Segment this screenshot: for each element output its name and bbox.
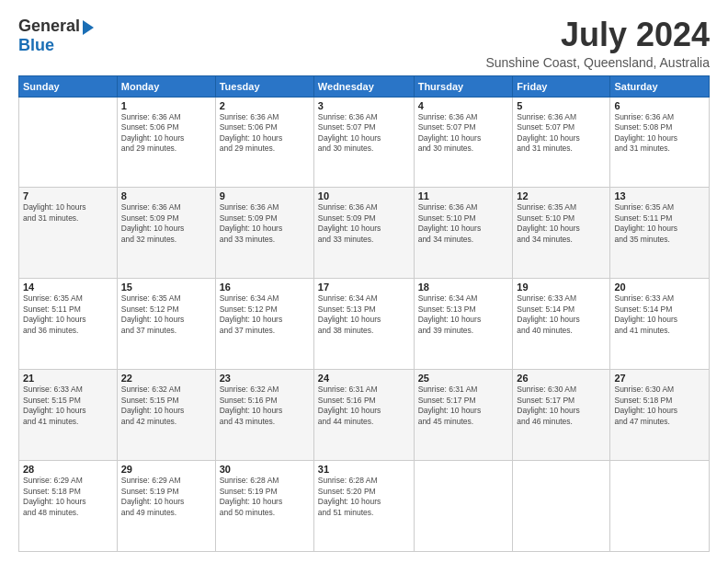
cell-info-text: Sunrise: 6:35 AM Sunset: 5:11 PM Dayligh…	[23, 293, 113, 336]
table-row: 9Sunrise: 6:36 AM Sunset: 5:09 PM Daylig…	[215, 188, 313, 279]
table-row: 12Sunrise: 6:35 AM Sunset: 5:10 PM Dayli…	[513, 188, 610, 279]
cell-info-text: Sunrise: 6:36 AM Sunset: 5:10 PM Dayligh…	[418, 202, 509, 245]
col-saturday: Saturday	[610, 75, 710, 97]
table-row: 27Sunrise: 6:30 AM Sunset: 5:18 PM Dayli…	[610, 370, 710, 461]
cell-info-text: Sunrise: 6:28 AM Sunset: 5:20 PM Dayligh…	[318, 476, 410, 518]
cell-info-text: Sunrise: 6:36 AM Sunset: 5:07 PM Dayligh…	[418, 112, 509, 155]
cell-day-number: 31	[318, 464, 410, 475]
cell-info-text: Sunrise: 6:34 AM Sunset: 5:13 PM Dayligh…	[418, 293, 509, 336]
table-row: 20Sunrise: 6:33 AM Sunset: 5:14 PM Dayli…	[610, 279, 710, 370]
cell-info-text: Sunrise: 6:34 AM Sunset: 5:12 PM Dayligh…	[220, 293, 310, 336]
table-row: 5Sunrise: 6:36 AM Sunset: 5:07 PM Daylig…	[513, 97, 610, 188]
table-row: 11Sunrise: 6:36 AM Sunset: 5:10 PM Dayli…	[414, 188, 513, 279]
cell-day-number: 8	[121, 190, 211, 201]
table-row: 7Daylight: 10 hours and 31 minutes.	[19, 188, 118, 279]
cell-day-number: 22	[121, 373, 211, 384]
table-row: 29Sunrise: 6:29 AM Sunset: 5:19 PM Dayli…	[117, 461, 215, 552]
table-row: 8Sunrise: 6:36 AM Sunset: 5:09 PM Daylig…	[117, 188, 215, 279]
calendar-location: Sunshine Coast, Queensland, Australia	[485, 55, 710, 70]
table-row: 30Sunrise: 6:28 AM Sunset: 5:19 PM Dayli…	[215, 461, 313, 552]
cell-day-number: 2	[220, 100, 310, 111]
table-row: 25Sunrise: 6:31 AM Sunset: 5:17 PM Dayli…	[414, 370, 513, 461]
table-row: 26Sunrise: 6:30 AM Sunset: 5:17 PM Dayli…	[513, 370, 610, 461]
cell-info-text: Sunrise: 6:33 AM Sunset: 5:14 PM Dayligh…	[517, 293, 606, 336]
cell-info-text: Sunrise: 6:36 AM Sunset: 5:09 PM Dayligh…	[318, 202, 410, 245]
cell-day-number: 26	[517, 373, 606, 384]
cell-day-number: 6	[614, 100, 705, 111]
col-sunday: Sunday	[19, 75, 118, 97]
cell-day-number: 4	[418, 100, 509, 111]
title-block: July 2024 Sunshine Coast, Queensland, Au…	[485, 17, 710, 70]
cell-info-text: Sunrise: 6:36 AM Sunset: 5:08 PM Dayligh…	[614, 112, 705, 155]
cell-day-number: 13	[614, 190, 705, 201]
col-friday: Friday	[513, 75, 610, 97]
cell-day-number: 27	[614, 373, 705, 384]
cell-day-number: 17	[318, 282, 410, 293]
logo-blue-text: Blue	[18, 36, 54, 55]
cell-day-number: 16	[220, 282, 310, 293]
cell-day-number: 12	[517, 190, 606, 201]
table-row: 2Sunrise: 6:36 AM Sunset: 5:06 PM Daylig…	[215, 97, 313, 188]
header: General Blue July 2024 Sunshine Coast, Q…	[18, 17, 710, 70]
table-row	[610, 461, 710, 552]
calendar-header-row: Sunday Monday Tuesday Wednesday Thursday…	[19, 75, 710, 97]
cell-info-text: Daylight: 10 hours and 31 minutes.	[23, 202, 113, 224]
cell-info-text: Sunrise: 6:32 AM Sunset: 5:15 PM Dayligh…	[121, 385, 211, 427]
cell-info-text: Sunrise: 6:30 AM Sunset: 5:18 PM Dayligh…	[614, 385, 705, 427]
table-row: 19Sunrise: 6:33 AM Sunset: 5:14 PM Dayli…	[513, 279, 610, 370]
table-row: 6Sunrise: 6:36 AM Sunset: 5:08 PM Daylig…	[610, 97, 710, 188]
cell-day-number: 28	[23, 464, 113, 475]
calendar-title: July 2024	[485, 17, 710, 53]
cell-info-text: Sunrise: 6:34 AM Sunset: 5:13 PM Dayligh…	[318, 293, 410, 336]
calendar-week-row: 21Sunrise: 6:33 AM Sunset: 5:15 PM Dayli…	[19, 370, 710, 461]
cell-info-text: Sunrise: 6:36 AM Sunset: 5:09 PM Dayligh…	[121, 202, 211, 245]
table-row: 15Sunrise: 6:35 AM Sunset: 5:12 PM Dayli…	[117, 279, 215, 370]
table-row	[513, 461, 610, 552]
table-row: 24Sunrise: 6:31 AM Sunset: 5:16 PM Dayli…	[313, 370, 414, 461]
table-row: 21Sunrise: 6:33 AM Sunset: 5:15 PM Dayli…	[19, 370, 118, 461]
cell-day-number: 20	[614, 282, 705, 293]
cell-day-number: 25	[418, 373, 509, 384]
col-wednesday: Wednesday	[313, 75, 414, 97]
table-row: 17Sunrise: 6:34 AM Sunset: 5:13 PM Dayli…	[313, 279, 414, 370]
col-tuesday: Tuesday	[215, 75, 313, 97]
cell-day-number: 10	[318, 190, 410, 201]
calendar-week-row: 1Sunrise: 6:36 AM Sunset: 5:06 PM Daylig…	[19, 97, 710, 188]
cell-info-text: Sunrise: 6:36 AM Sunset: 5:06 PM Dayligh…	[121, 112, 211, 155]
table-row: 23Sunrise: 6:32 AM Sunset: 5:16 PM Dayli…	[215, 370, 313, 461]
cell-day-number: 29	[121, 464, 211, 475]
cell-day-number: 23	[220, 373, 310, 384]
cell-info-text: Sunrise: 6:31 AM Sunset: 5:17 PM Dayligh…	[418, 385, 509, 427]
page: General Blue July 2024 Sunshine Coast, Q…	[0, 0, 728, 563]
cell-info-text: Sunrise: 6:33 AM Sunset: 5:14 PM Dayligh…	[614, 293, 705, 336]
cell-info-text: Sunrise: 6:28 AM Sunset: 5:19 PM Dayligh…	[220, 476, 310, 518]
table-row: 10Sunrise: 6:36 AM Sunset: 5:09 PM Dayli…	[313, 188, 414, 279]
calendar-week-row: 28Sunrise: 6:29 AM Sunset: 5:18 PM Dayli…	[19, 461, 710, 552]
cell-info-text: Sunrise: 6:29 AM Sunset: 5:18 PM Dayligh…	[23, 476, 113, 518]
cell-day-number: 14	[23, 282, 113, 293]
cell-info-text: Sunrise: 6:36 AM Sunset: 5:07 PM Dayligh…	[517, 112, 606, 155]
cell-info-text: Sunrise: 6:36 AM Sunset: 5:09 PM Dayligh…	[220, 202, 310, 245]
cell-info-text: Sunrise: 6:31 AM Sunset: 5:16 PM Dayligh…	[318, 385, 410, 427]
cell-day-number: 21	[23, 373, 113, 384]
cell-day-number: 3	[318, 100, 410, 111]
table-row: 28Sunrise: 6:29 AM Sunset: 5:18 PM Dayli…	[19, 461, 118, 552]
table-row	[414, 461, 513, 552]
table-row: 18Sunrise: 6:34 AM Sunset: 5:13 PM Dayli…	[414, 279, 513, 370]
cell-day-number: 30	[220, 464, 310, 475]
cell-info-text: Sunrise: 6:35 AM Sunset: 5:11 PM Dayligh…	[614, 202, 705, 245]
table-row: 22Sunrise: 6:32 AM Sunset: 5:15 PM Dayli…	[117, 370, 215, 461]
cell-day-number: 7	[23, 190, 113, 201]
cell-info-text: Sunrise: 6:36 AM Sunset: 5:06 PM Dayligh…	[220, 112, 310, 155]
cell-day-number: 24	[318, 373, 410, 384]
cell-info-text: Sunrise: 6:32 AM Sunset: 5:16 PM Dayligh…	[220, 385, 310, 427]
table-row: 3Sunrise: 6:36 AM Sunset: 5:07 PM Daylig…	[313, 97, 414, 188]
table-row: 13Sunrise: 6:35 AM Sunset: 5:11 PM Dayli…	[610, 188, 710, 279]
cell-day-number: 18	[418, 282, 509, 293]
cell-info-text: Sunrise: 6:35 AM Sunset: 5:10 PM Dayligh…	[517, 202, 606, 245]
logo: General Blue	[18, 17, 94, 55]
cell-info-text: Sunrise: 6:35 AM Sunset: 5:12 PM Dayligh…	[121, 293, 211, 336]
cell-info-text: Sunrise: 6:36 AM Sunset: 5:07 PM Dayligh…	[318, 112, 410, 155]
cell-day-number: 9	[220, 190, 310, 201]
calendar-table: Sunday Monday Tuesday Wednesday Thursday…	[18, 75, 710, 552]
